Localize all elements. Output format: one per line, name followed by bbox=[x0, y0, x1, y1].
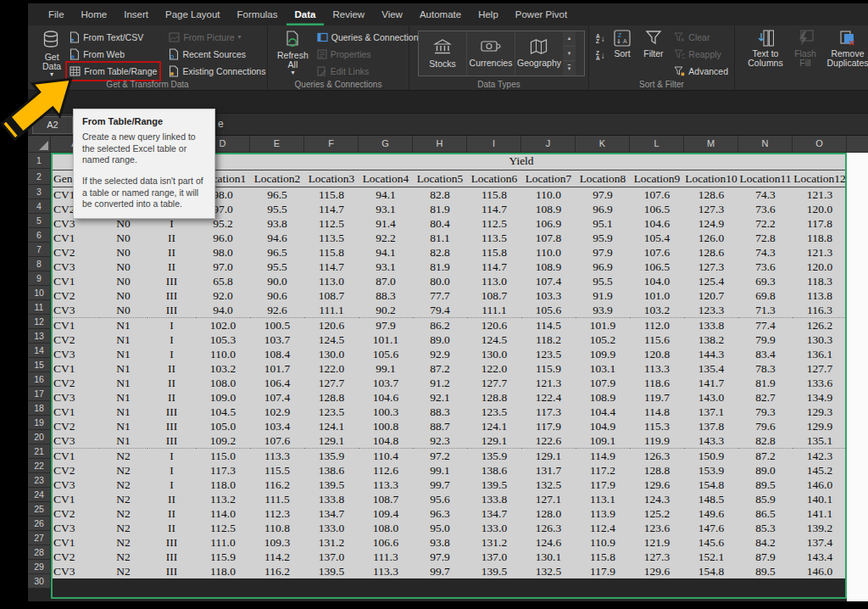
cell[interactable]: 100.5 bbox=[250, 318, 304, 333]
menu-tab-file[interactable]: File bbox=[40, 3, 73, 25]
header-cell[interactable]: Location11 bbox=[738, 170, 793, 187]
cell[interactable]: 89.5 bbox=[738, 478, 793, 492]
cell[interactable]: 115.0 bbox=[196, 449, 250, 464]
cell[interactable]: 128.8 bbox=[467, 390, 521, 405]
cell[interactable]: 124.1 bbox=[304, 419, 359, 433]
cell[interactable]: N0 bbox=[99, 303, 147, 318]
cell[interactable]: 122.6 bbox=[521, 433, 576, 449]
cell[interactable]: 125.2 bbox=[630, 506, 684, 521]
cell[interactable]: 114.8 bbox=[630, 405, 684, 419]
cell[interactable]: 123.3 bbox=[684, 303, 738, 318]
header-cell[interactable]: Location9 bbox=[630, 170, 684, 187]
cell[interactable]: I bbox=[147, 347, 196, 361]
cell[interactable]: CV1 bbox=[51, 449, 99, 464]
cell[interactable]: 105.6 bbox=[359, 347, 413, 361]
cell[interactable]: II bbox=[147, 390, 196, 405]
cell[interactable]: 139.5 bbox=[467, 564, 521, 578]
menu-tab-formulas[interactable]: Formulas bbox=[229, 3, 287, 25]
cell[interactable]: 129.3 bbox=[793, 405, 847, 419]
cell[interactable]: 87.2 bbox=[738, 449, 793, 464]
cell[interactable]: 96.0 bbox=[196, 231, 250, 245]
cell[interactable]: 129.6 bbox=[630, 478, 684, 492]
row-header-27[interactable]: 27 bbox=[28, 531, 51, 545]
cell[interactable]: 92.0 bbox=[196, 288, 250, 303]
cell[interactable]: 114.5 bbox=[521, 318, 576, 333]
cell[interactable]: 113.1 bbox=[576, 492, 630, 506]
cell[interactable]: 110.4 bbox=[359, 449, 413, 464]
cell[interactable]: 79.6 bbox=[738, 419, 793, 433]
cell[interactable]: 71.3 bbox=[738, 303, 793, 318]
col-header-F[interactable]: F bbox=[304, 136, 359, 153]
cell[interactable]: 113.3 bbox=[359, 564, 413, 578]
cell[interactable]: 116.3 bbox=[793, 303, 847, 318]
cell[interactable]: 105.4 bbox=[630, 231, 684, 245]
sort-za-button[interactable]: ZA ↓ bbox=[596, 49, 605, 63]
cell[interactable]: 107.4 bbox=[250, 390, 304, 405]
cell[interactable]: 114.7 bbox=[304, 202, 359, 216]
cell[interactable]: 110.0 bbox=[521, 187, 576, 203]
cell[interactable]: II bbox=[147, 506, 196, 521]
cell[interactable]: 116.2 bbox=[250, 564, 304, 578]
reapply-filter-button[interactable]: Reapply bbox=[671, 46, 731, 63]
cell[interactable]: CV2 bbox=[51, 506, 99, 521]
cell[interactable]: 119.9 bbox=[630, 433, 684, 449]
menu-tab-help[interactable]: Help bbox=[470, 3, 507, 25]
cell[interactable]: 138.2 bbox=[684, 332, 738, 347]
clear-filter-button[interactable]: Clear bbox=[671, 29, 731, 46]
cell[interactable]: 127.7 bbox=[467, 376, 521, 390]
cell[interactable]: 104.4 bbox=[576, 405, 630, 419]
cell[interactable]: 82.8 bbox=[413, 245, 467, 260]
cell[interactable]: 105.6 bbox=[521, 303, 576, 318]
cell[interactable]: 143.0 bbox=[684, 390, 738, 405]
cell[interactable]: 154.8 bbox=[684, 478, 738, 492]
cell[interactable]: CV1 bbox=[51, 405, 99, 419]
cell[interactable]: 117.3 bbox=[521, 405, 576, 419]
cell[interactable]: 131.2 bbox=[304, 535, 359, 550]
cell[interactable]: 129.9 bbox=[793, 419, 847, 433]
col-header-G[interactable]: G bbox=[359, 136, 413, 153]
col-header-M[interactable]: M bbox=[684, 136, 738, 153]
cell[interactable]: 111.1 bbox=[304, 303, 359, 318]
cell[interactable]: 124.6 bbox=[521, 535, 576, 550]
cell[interactable]: 115.8 bbox=[467, 245, 521, 260]
cell[interactable]: 92.1 bbox=[413, 390, 467, 405]
row-header-11[interactable]: 11 bbox=[28, 300, 51, 315]
cell[interactable]: 98.0 bbox=[196, 245, 250, 260]
cell[interactable]: 97.0 bbox=[196, 260, 250, 274]
cell[interactable]: 81.9 bbox=[413, 260, 467, 274]
row-header-8[interactable]: 8 bbox=[28, 257, 51, 271]
cell[interactable]: 125.4 bbox=[684, 274, 738, 288]
cell[interactable]: III bbox=[147, 288, 196, 303]
cell[interactable]: 74.3 bbox=[738, 187, 793, 203]
text-to-columns-button[interactable]: Text to Columns bbox=[743, 29, 787, 69]
cell[interactable]: 96.5 bbox=[250, 245, 304, 260]
cell[interactable]: 124.9 bbox=[684, 216, 738, 231]
row-header-29[interactable]: 29 bbox=[28, 560, 51, 574]
cell[interactable]: 140.1 bbox=[793, 492, 847, 506]
cell[interactable]: I bbox=[147, 449, 196, 464]
cell[interactable]: 112.5 bbox=[467, 216, 521, 231]
cell[interactable]: 108.4 bbox=[250, 347, 304, 361]
cell[interactable]: 115.8 bbox=[576, 550, 630, 564]
cell[interactable]: 135.9 bbox=[304, 449, 359, 464]
row-header-12[interactable]: 12 bbox=[28, 315, 51, 329]
cell[interactable]: 105.2 bbox=[576, 332, 630, 347]
cell[interactable]: N1 bbox=[99, 347, 147, 361]
cell[interactable]: 77.7 bbox=[413, 288, 467, 303]
cell[interactable]: CV3 bbox=[51, 478, 99, 492]
cell[interactable]: 107.6 bbox=[630, 245, 684, 260]
cell[interactable]: 115.9 bbox=[521, 361, 576, 376]
cell[interactable]: CV3 bbox=[51, 347, 99, 361]
cell[interactable]: 99.7 bbox=[413, 478, 467, 492]
cell[interactable]: N1 bbox=[99, 390, 147, 405]
cell[interactable]: 117.8 bbox=[793, 216, 847, 231]
row-header-30[interactable]: 30 bbox=[28, 574, 51, 589]
cell[interactable]: II bbox=[147, 376, 196, 390]
cell[interactable]: 107.9 bbox=[576, 376, 630, 390]
cell[interactable]: 97.9 bbox=[576, 245, 630, 260]
cell[interactable]: CV3 bbox=[51, 390, 99, 405]
row-header-1[interactable]: 1 bbox=[28, 153, 51, 169]
menu-tab-power-pivot[interactable]: Power Pivot bbox=[507, 3, 576, 25]
cell[interactable]: 105.0 bbox=[196, 419, 250, 433]
cell[interactable]: 93.1 bbox=[359, 202, 413, 216]
